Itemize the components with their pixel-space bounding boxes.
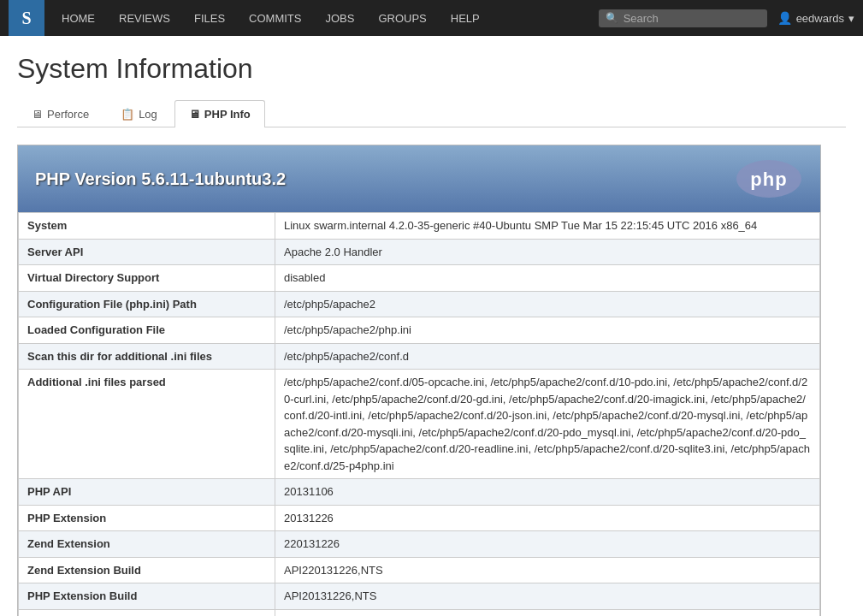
tab-phpinfo[interactable]: 🖥 PHP Info: [174, 100, 265, 127]
row-key: PHP API: [19, 479, 275, 506]
user-dropdown-icon: ▾: [848, 12, 854, 25]
phpinfo-tab-label: PHP Info: [204, 108, 251, 121]
row-value: disabled: [275, 265, 820, 292]
row-key: Server API: [19, 239, 275, 265]
row-key: PHP Extension: [19, 505, 275, 531]
row-value: 20131226: [275, 505, 820, 531]
table-row: PHP API20131106: [19, 479, 820, 506]
svg-text:php: php: [750, 169, 787, 190]
row-value: /etc/php5/apache2/conf.d: [275, 343, 820, 370]
brand-letter: S: [21, 9, 31, 28]
nav-commits[interactable]: COMMITS: [237, 0, 313, 36]
table-row: SystemLinux swarm.internal 4.2.0-35-gene…: [19, 213, 820, 240]
row-key: Configuration File (php.ini) Path: [19, 291, 275, 317]
row-key: Zend Extension: [19, 531, 275, 558]
row-key: Virtual Directory Support: [19, 265, 275, 292]
user-menu[interactable]: 👤 eedwards ▾: [777, 11, 854, 25]
nav-files[interactable]: FILES: [182, 0, 237, 36]
table-row: Debug Buildno: [19, 609, 820, 616]
row-value: no: [275, 609, 820, 616]
row-value: 220131226: [275, 531, 820, 558]
nav-help[interactable]: HELP: [439, 0, 492, 36]
row-value: /etc/php5/apache2: [275, 291, 820, 317]
log-tab-icon: 📋: [121, 108, 134, 121]
row-value: /etc/php5/apache2/conf.d/05-opcache.ini,…: [275, 370, 820, 479]
row-key: PHP Extension Build: [19, 583, 275, 610]
php-logo: php: [735, 157, 803, 200]
row-value: Linux swarm.internal 4.2.0-35-generic #4…: [275, 213, 820, 240]
search-container: 🔍: [599, 9, 767, 27]
nav-links: HOME REVIEWS FILES COMMITS JOBS GROUPS H…: [50, 0, 599, 36]
table-row: Virtual Directory Supportdisabled: [19, 265, 820, 292]
row-key: Debug Build: [19, 609, 275, 616]
table-row: Additional .ini files parsed/etc/php5/ap…: [19, 370, 820, 479]
phpinfo-tab-icon: 🖥: [189, 108, 200, 121]
nav-home[interactable]: HOME: [50, 0, 107, 36]
perforce-tab-icon: 🖥: [32, 108, 43, 121]
search-icon: 🔍: [606, 12, 618, 24]
page-title: System Information: [17, 53, 846, 85]
php-header: PHP Version 5.6.11-1ubuntu3.2 php: [18, 145, 820, 212]
page-content: System Information 🖥 Perforce 📋 Log 🖥 PH…: [0, 36, 863, 616]
tab-log[interactable]: 📋 Log: [106, 100, 172, 127]
nav-jobs[interactable]: JOBS: [313, 0, 366, 36]
search-input[interactable]: [624, 12, 760, 25]
row-value: 20131106: [275, 479, 820, 506]
perforce-tab-label: Perforce: [47, 108, 89, 121]
row-value: API20131226,NTS: [275, 583, 820, 610]
table-row: Zend Extension BuildAPI220131226,NTS: [19, 557, 820, 583]
row-value: API220131226,NTS: [275, 557, 820, 583]
info-table: SystemLinux swarm.internal 4.2.0-35-gene…: [18, 212, 820, 616]
row-key: Loaded Configuration File: [19, 317, 275, 344]
table-row: Server APIApache 2.0 Handler: [19, 239, 820, 265]
tabs-bar: 🖥 Perforce 📋 Log 🖥 PHP Info: [17, 100, 846, 127]
php-version-text: PHP Version 5.6.11-1ubuntu3.2: [35, 169, 286, 189]
nav-reviews[interactable]: REVIEWS: [107, 0, 182, 36]
nav-groups[interactable]: GROUPS: [366, 0, 438, 36]
table-row: Loaded Configuration File/etc/php5/apach…: [19, 317, 820, 344]
user-icon: 👤: [777, 11, 792, 25]
navbar: S HOME REVIEWS FILES COMMITS JOBS GROUPS…: [0, 0, 863, 36]
log-tab-label: Log: [139, 108, 157, 121]
row-value: Apache 2.0 Handler: [275, 239, 820, 265]
table-row: PHP Extension20131226: [19, 505, 820, 531]
row-key: Additional .ini files parsed: [19, 370, 275, 479]
row-key: System: [19, 213, 275, 240]
table-row: Scan this dir for additional .ini files/…: [19, 343, 820, 370]
brand-logo[interactable]: S: [9, 0, 44, 36]
table-row: Zend Extension220131226: [19, 531, 820, 558]
phpinfo-panel: PHP Version 5.6.11-1ubuntu3.2 php System…: [17, 145, 821, 616]
table-row: PHP Extension BuildAPI20131226,NTS: [19, 583, 820, 610]
tab-perforce[interactable]: 🖥 Perforce: [17, 100, 103, 127]
row-key: Zend Extension Build: [19, 557, 275, 583]
table-row: Configuration File (php.ini) Path/etc/ph…: [19, 291, 820, 317]
row-value: /etc/php5/apache2/php.ini: [275, 317, 820, 344]
row-key: Scan this dir for additional .ini files: [19, 343, 275, 370]
user-name: eedwards: [796, 12, 844, 25]
